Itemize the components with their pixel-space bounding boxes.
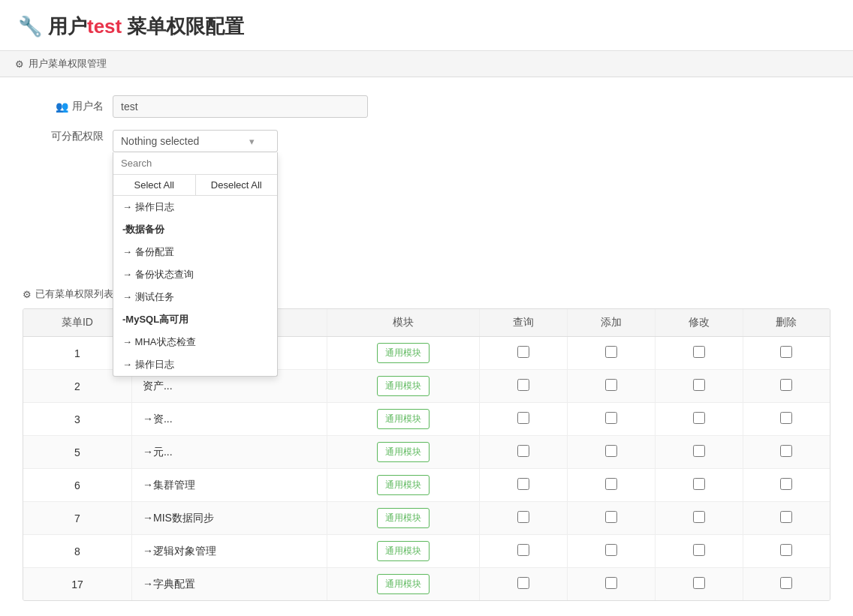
- module-button[interactable]: 通用模块: [377, 574, 430, 594]
- cell-module: 通用模块: [327, 568, 480, 601]
- cell-edit: [655, 568, 743, 601]
- wrench-icon: 🔧: [18, 15, 42, 38]
- cell-edit: [655, 502, 743, 535]
- add-checkbox[interactable]: [605, 346, 617, 358]
- username-label: 👥 用户名: [23, 100, 113, 113]
- query-checkbox[interactable]: [517, 577, 529, 589]
- cell-module: 通用模块: [327, 337, 480, 370]
- cell-name: →MIS数据同步: [131, 502, 327, 535]
- module-button[interactable]: 通用模块: [377, 376, 430, 396]
- add-checkbox[interactable]: [605, 412, 617, 424]
- list-item[interactable]: → 备份配置: [113, 241, 277, 263]
- permission-row: 可分配权限 Nothing selected Select All Desele…: [23, 130, 830, 152]
- query-checkbox[interactable]: [517, 511, 529, 523]
- table-row: 8 →逻辑对象管理 通用模块: [23, 535, 830, 568]
- table-row: 6 →集群管理 通用模块: [23, 469, 830, 502]
- table-row: 5 →元... 通用模块: [23, 436, 830, 469]
- list-item[interactable]: -数据备份: [113, 218, 277, 241]
- cell-query: [480, 436, 568, 469]
- cell-module: 通用模块: [327, 535, 480, 568]
- query-checkbox[interactable]: [517, 478, 529, 490]
- col-header-add: 添加: [568, 309, 656, 337]
- cell-name: →字典配置: [131, 568, 327, 601]
- delete-checkbox[interactable]: [780, 412, 792, 424]
- gear-icon-2: ⚙: [23, 289, 32, 300]
- query-checkbox[interactable]: [517, 412, 529, 424]
- delete-checkbox[interactable]: [780, 346, 792, 358]
- delete-checkbox[interactable]: [780, 379, 792, 391]
- permission-dropdown-value: Nothing selected: [121, 135, 199, 147]
- dropdown-search-input[interactable]: [113, 152, 277, 175]
- module-button[interactable]: 通用模块: [377, 442, 430, 462]
- cell-id: 3: [23, 403, 131, 436]
- cell-add: [568, 568, 656, 601]
- cell-add: [568, 535, 656, 568]
- add-checkbox[interactable]: [605, 577, 617, 589]
- cell-query: [480, 403, 568, 436]
- gear-icon: ⚙: [15, 59, 24, 70]
- delete-checkbox[interactable]: [780, 544, 792, 556]
- list-item[interactable]: → 备份状态查询: [113, 263, 277, 286]
- permission-dropdown-container: Nothing selected Select All Deselect All…: [113, 130, 278, 152]
- module-button[interactable]: 通用模块: [377, 343, 430, 363]
- col-header-delete: 删除: [743, 309, 830, 337]
- edit-checkbox[interactable]: [693, 577, 705, 589]
- table-row: 3 →资... 通用模块: [23, 403, 830, 436]
- select-all-button[interactable]: Select All: [113, 175, 196, 195]
- users-icon: 👥: [56, 101, 68, 113]
- permission-dropdown-trigger[interactable]: Nothing selected: [113, 130, 278, 152]
- cell-delete: [743, 568, 830, 601]
- add-checkbox[interactable]: [605, 478, 617, 490]
- deselect-all-button[interactable]: Deselect All: [196, 175, 278, 195]
- cell-delete: [743, 337, 830, 370]
- module-button[interactable]: 通用模块: [377, 541, 430, 561]
- col-header-module: 模块: [327, 309, 480, 337]
- query-checkbox[interactable]: [517, 544, 529, 556]
- cell-id: 8: [23, 535, 131, 568]
- list-item[interactable]: → 测试任务: [113, 286, 277, 308]
- list-item[interactable]: → MHA状态检查: [113, 331, 277, 353]
- permission-label: 可分配权限: [23, 130, 113, 143]
- add-checkbox[interactable]: [605, 544, 617, 556]
- query-checkbox[interactable]: [517, 346, 529, 358]
- cell-edit: [655, 436, 743, 469]
- delete-checkbox[interactable]: [780, 577, 792, 589]
- section-bar: ⚙ 用户菜单权限管理: [0, 51, 853, 77]
- edit-checkbox[interactable]: [693, 511, 705, 523]
- cell-name: →元...: [131, 436, 327, 469]
- cell-delete: [743, 436, 830, 469]
- list-item[interactable]: → 操作日志: [113, 353, 277, 376]
- cell-query: [480, 502, 568, 535]
- module-button[interactable]: 通用模块: [377, 475, 430, 495]
- query-checkbox[interactable]: [517, 445, 529, 457]
- delete-checkbox[interactable]: [780, 445, 792, 457]
- add-checkbox[interactable]: [605, 379, 617, 391]
- cell-module: 通用模块: [327, 469, 480, 502]
- module-button[interactable]: 通用模块: [377, 409, 430, 429]
- cell-delete: [743, 502, 830, 535]
- delete-checkbox[interactable]: [780, 478, 792, 490]
- query-checkbox[interactable]: [517, 379, 529, 391]
- edit-checkbox[interactable]: [693, 346, 705, 358]
- edit-checkbox[interactable]: [693, 412, 705, 424]
- cell-name: →逻辑对象管理: [131, 535, 327, 568]
- list-item[interactable]: -MySQL高可用: [113, 308, 277, 331]
- cell-delete: [743, 535, 830, 568]
- list-item[interactable]: → 操作日志: [113, 196, 277, 218]
- cell-add: [568, 370, 656, 403]
- edit-checkbox[interactable]: [693, 445, 705, 457]
- edit-checkbox[interactable]: [693, 544, 705, 556]
- content-area: 👥 用户名 可分配权限 Nothing selected Select All …: [0, 77, 853, 616]
- cell-query: [480, 370, 568, 403]
- add-checkbox[interactable]: [605, 511, 617, 523]
- cell-id: 17: [23, 568, 131, 601]
- cell-query: [480, 535, 568, 568]
- module-button[interactable]: 通用模块: [377, 508, 430, 528]
- delete-checkbox[interactable]: [780, 511, 792, 523]
- username-input[interactable]: [113, 95, 368, 118]
- edit-checkbox[interactable]: [693, 478, 705, 490]
- edit-checkbox[interactable]: [693, 379, 705, 391]
- page-title: 用户test 菜单权限配置: [48, 14, 244, 40]
- cell-id: 7: [23, 502, 131, 535]
- add-checkbox[interactable]: [605, 445, 617, 457]
